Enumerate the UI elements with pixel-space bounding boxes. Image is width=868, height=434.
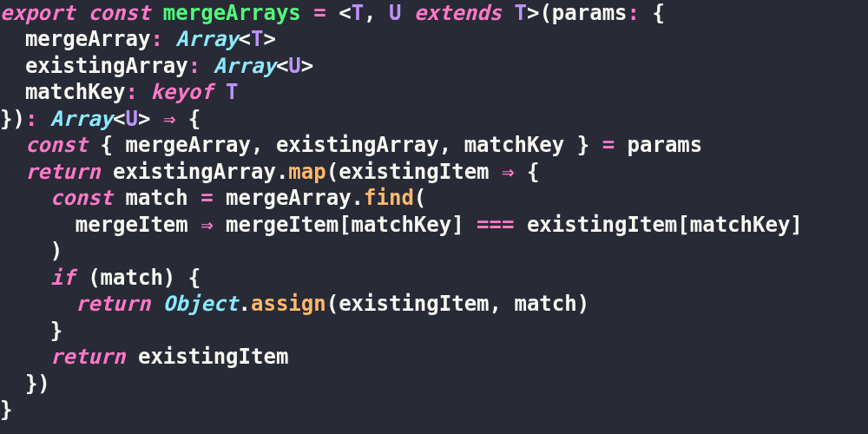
angle-open: < xyxy=(113,107,125,131)
paren-close: ) xyxy=(37,372,49,396)
ident-params: params xyxy=(628,133,703,157)
brace-open: { xyxy=(652,1,664,25)
angle-close: > xyxy=(527,1,539,25)
type-Array: Array xyxy=(214,54,276,78)
colon: : xyxy=(25,107,37,131)
keyword-extends: extends xyxy=(414,1,502,25)
ident-existingItem: existingItem xyxy=(138,345,288,369)
arg-match: match xyxy=(514,292,576,316)
paren-close: ) xyxy=(50,239,62,263)
brace-open: { xyxy=(101,133,113,157)
angle-open: < xyxy=(339,1,351,25)
colon: : xyxy=(126,80,138,104)
equals: = xyxy=(313,1,326,25)
ident-match: match xyxy=(101,266,163,290)
method-assign: assign xyxy=(251,292,326,316)
ident-Object: Object xyxy=(163,292,239,316)
paren-open: ( xyxy=(326,292,339,316)
comma: , xyxy=(251,133,263,157)
paren-open: ( xyxy=(88,266,100,290)
param-mergeItem: mergeItem xyxy=(76,213,188,237)
method-map: map xyxy=(288,160,326,184)
comma: , xyxy=(490,292,502,316)
bracket-open: [ xyxy=(339,213,351,237)
keyword-export: export xyxy=(0,1,76,25)
comma: , xyxy=(364,1,376,25)
prop-existingArray: existingArray xyxy=(25,54,188,78)
keyword-const: const xyxy=(88,1,150,25)
param-params: params xyxy=(552,1,628,25)
bracket-close: ] xyxy=(790,213,802,237)
angle-close: > xyxy=(138,107,150,131)
paren-close: ) xyxy=(577,292,589,316)
brace-open: { xyxy=(188,107,201,131)
keyword-keyof: keyof xyxy=(150,80,213,104)
type-Array: Array xyxy=(50,107,113,131)
keyword-if: if xyxy=(50,266,76,290)
brace-close: } xyxy=(0,398,12,422)
prop-mergeArray: mergeArray xyxy=(25,27,151,51)
ident-matchKey: matchKey xyxy=(690,213,791,237)
type-T: T xyxy=(352,1,364,25)
ident-existingItem: existingItem xyxy=(527,213,677,237)
destruct-existingArray: existingArray xyxy=(276,133,439,157)
comma: , xyxy=(439,133,451,157)
brace-close: } xyxy=(25,372,37,396)
brace-open: { xyxy=(188,266,201,290)
prop-matchKey: matchKey xyxy=(25,80,126,104)
paren-open: ( xyxy=(326,160,339,184)
ident-existingArray: existingArray xyxy=(113,160,276,184)
bracket-close: ] xyxy=(451,213,464,237)
arg-existingItem: existingItem xyxy=(339,292,489,316)
paren-open: ( xyxy=(539,1,551,25)
dot: . xyxy=(239,292,251,316)
ident-matchKey: matchKey xyxy=(352,213,452,237)
keyword-const: const xyxy=(25,133,88,157)
arrow: ⇒ xyxy=(201,213,213,237)
colon: : xyxy=(150,27,162,51)
keyword-return: return xyxy=(25,160,101,184)
dot: . xyxy=(352,186,364,210)
colon: : xyxy=(188,54,201,78)
arrow: ⇒ xyxy=(163,107,175,131)
destruct-matchKey: matchKey xyxy=(464,133,565,157)
keyword-const: const xyxy=(50,186,113,210)
function-name: mergeArrays xyxy=(163,1,301,25)
bracket-open: [ xyxy=(677,213,689,237)
ident-match: match xyxy=(126,186,188,210)
ident-mergeItem: mergeItem xyxy=(226,213,339,237)
type-T: T xyxy=(515,1,527,25)
type-U: U xyxy=(126,107,138,131)
ident-mergeArray: mergeArray xyxy=(226,186,352,210)
param-existingItem: existingItem xyxy=(339,160,489,184)
angle-open: < xyxy=(276,54,288,78)
brace-open: { xyxy=(527,160,539,184)
code-block: export const mergeArrays = <T, U extends… xyxy=(0,0,868,424)
type-T: T xyxy=(226,80,238,104)
paren-close: ) xyxy=(163,266,175,290)
keyword-return: return xyxy=(76,292,151,316)
colon: : xyxy=(628,1,640,25)
strict-equals: === xyxy=(477,213,514,237)
method-find: find xyxy=(364,186,414,210)
equals: = xyxy=(201,186,213,210)
type-U: U xyxy=(389,1,401,25)
paren-open: ( xyxy=(414,186,426,210)
brace-close: } xyxy=(0,107,12,131)
equals: = xyxy=(602,133,615,157)
destruct-mergeArray: mergeArray xyxy=(126,133,252,157)
brace-close: } xyxy=(50,319,62,343)
angle-close: > xyxy=(263,27,275,51)
keyword-return: return xyxy=(50,345,126,369)
type-Array: Array xyxy=(175,27,238,51)
brace-close: } xyxy=(577,133,589,157)
arrow: ⇒ xyxy=(502,160,514,184)
angle-close: > xyxy=(301,54,313,78)
type-U: U xyxy=(288,54,300,78)
angle-open: < xyxy=(239,27,251,51)
dot: . xyxy=(276,160,288,184)
paren-close: ) xyxy=(12,107,24,131)
type-T: T xyxy=(251,27,263,51)
